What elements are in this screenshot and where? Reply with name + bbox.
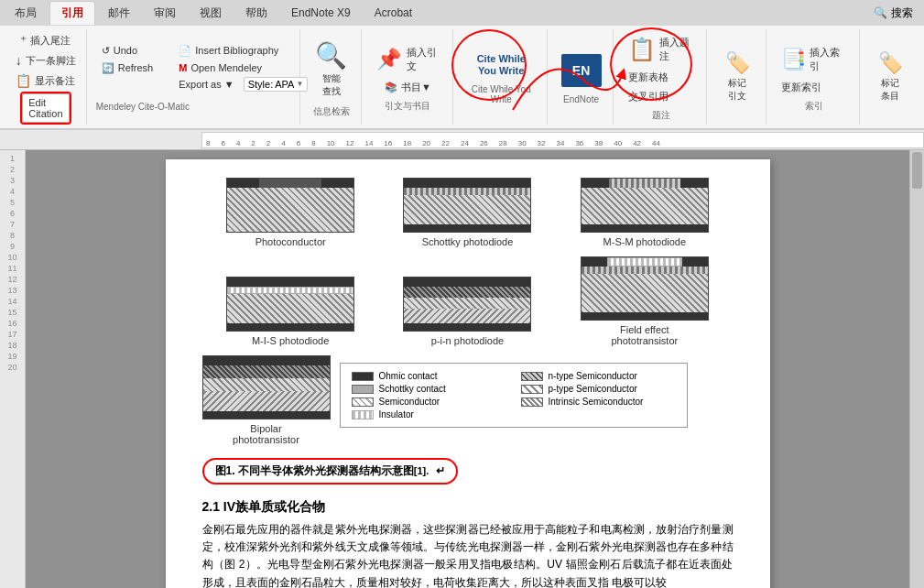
undo-btn[interactable]: ↺ Undo xyxy=(96,43,159,59)
next-icon: ↓ xyxy=(16,53,22,68)
line-num-8: 8 xyxy=(10,231,15,240)
group-insert-index: 📑 插入索引 更新索引 索引 xyxy=(768,29,860,125)
line-num-12: 12 xyxy=(7,275,16,284)
update-style-btn[interactable]: 更新表格 xyxy=(623,69,699,86)
line-num-18: 18 xyxy=(7,341,16,350)
line-num-10: 10 xyxy=(7,253,16,262)
cross-ref-btn[interactable]: 交叉引用 xyxy=(623,88,699,105)
line-num-2: 2 xyxy=(10,165,15,174)
search-label[interactable]: 搜索 xyxy=(891,5,913,21)
line-num-11: 11 xyxy=(7,264,16,273)
tab-layout[interactable]: 布局 xyxy=(4,2,48,25)
fig-ref: [1]. xyxy=(414,465,429,476)
cwyw-btn[interactable]: Cite WhileYou Write xyxy=(472,49,531,81)
legend-n-type: n-type Semiconductor xyxy=(521,371,676,381)
group-mark-entry: 🏷️ 标记 条目 xyxy=(862,29,919,125)
legend-ohmic: Ohmic contact xyxy=(352,371,506,381)
schottky-swatch xyxy=(352,385,374,394)
edit-citation-btn[interactable]: Edit Citation xyxy=(22,93,69,123)
style-select[interactable]: Style: APA ▼ xyxy=(244,77,309,92)
line-num-15: 15 xyxy=(7,308,16,317)
sidebar-left: 1 2 3 4 5 6 7 8 9 10 11 12 13 14 15 16 1… xyxy=(0,150,26,588)
photoconductor-caption: Photoconductor xyxy=(255,236,326,247)
group-smart-search: 🔍 智能 查找 信息检索 xyxy=(302,29,362,125)
legend-grid: Ohmic contact n-type Semiconductor Schot… xyxy=(352,371,676,419)
undo-icon: ↺ xyxy=(102,45,110,57)
bipolar-caption: Bipolarphototransistor xyxy=(233,423,299,445)
fig-msm: M-S-M photodiode xyxy=(581,178,709,247)
export-as-btn[interactable]: Export as ▼ xyxy=(173,77,239,92)
scrollbar-thumb[interactable] xyxy=(912,152,922,189)
update-index-btn[interactable]: 更新索引 xyxy=(776,79,852,96)
group-insert-topic: 📋 插入题注 更新表格 交叉引用 题注 xyxy=(615,29,707,125)
line-num-9: 9 xyxy=(10,242,15,251)
document-page: Photoconductor Schottky photodiode xyxy=(166,159,770,588)
ruler: 8 6 4 2 2 4 6 8 10 12 14 16 18 20 22 24 … xyxy=(201,132,924,148)
legend-p-type: p-type Semiconductor xyxy=(521,384,676,394)
row-bipolar-legend: Bipolarphototransistor Ohmic contact n-t… xyxy=(202,355,734,445)
book-icon: 📚 xyxy=(385,82,397,93)
main-area: 1 2 3 4 5 6 7 8 9 10 11 12 13 14 15 16 1… xyxy=(0,150,924,588)
tab-endnote[interactable]: EndNote X9 xyxy=(280,3,362,23)
cursor-marker: ↵ xyxy=(436,464,445,477)
scrollbar[interactable] xyxy=(909,150,924,588)
insert-citation-btn[interactable]: 📌 插入引文 xyxy=(371,42,446,77)
topic-icon: 📋 xyxy=(628,37,656,62)
smart-search-btn[interactable]: 🔍 智能 查找 xyxy=(309,37,354,102)
fig-main-caption: 图1. 不同半导体紫外光探测器结构示意图[1]. ↵ xyxy=(202,458,458,485)
insert-bibliography-btn[interactable]: 📄 Insert Bibliography xyxy=(173,43,308,59)
group-insert-citation: 📌 插入引文 📚 书目▼ 引文与书目 xyxy=(364,29,454,125)
insert-cite-label: 引文与书目 xyxy=(385,100,430,113)
fig-schottky: Schottky photodiode xyxy=(403,178,531,247)
mark-entry-btn[interactable]: 🏷️ 标记 条目 xyxy=(867,48,913,106)
mark-citation-btn[interactable]: 🏷️ 标记 引文 xyxy=(714,48,760,106)
tab-help[interactable]: 帮助 xyxy=(234,2,278,25)
smart-search-icon: 🔍 xyxy=(315,40,347,71)
notes-icon: 📋 xyxy=(16,73,31,88)
book-dropdown-btn[interactable]: 📚 书目▼ xyxy=(379,79,437,96)
fig-bipolar: Bipolarphototransistor xyxy=(202,355,331,445)
legend-schottky: Schottky contact xyxy=(352,384,506,394)
line-num-13: 13 xyxy=(7,286,16,295)
insert-index-btn[interactable]: 📑 插入索引 xyxy=(776,42,852,77)
line-num-5: 5 xyxy=(10,198,15,207)
document-area[interactable]: Photoconductor Schottky photodiode xyxy=(26,150,909,588)
tab-acrobat[interactable]: Acrobat xyxy=(364,3,423,23)
figure-caption-area: 图1. 不同半导体紫外光探测器结构示意图[1]. ↵ xyxy=(202,452,734,490)
index-label: 索引 xyxy=(805,100,823,113)
pin-caption: p-i-n photodiode xyxy=(431,335,505,346)
open-mendeley-btn[interactable]: M Open Mendeley xyxy=(173,60,308,75)
line-num-19: 19 xyxy=(7,352,16,361)
legend-intrinsic: Intrinsic Semiconductor xyxy=(521,397,676,407)
insert-footnote-btn[interactable]: ⁺ 插入尾注 xyxy=(15,31,76,49)
fet-caption: Field effectphototransistor xyxy=(611,324,678,346)
body-text-1[interactable]: 金刚石最先应用的器件就是紫外光电探测器，这些探测器已经被应用于高能粒子和电离检测… xyxy=(202,521,734,588)
tab-mail[interactable]: 邮件 xyxy=(97,2,141,25)
insulator-swatch xyxy=(352,410,374,419)
endnote-btn[interactable]: EN xyxy=(556,50,607,91)
line-num-6: 6 xyxy=(10,209,15,218)
endnote-flag: EN xyxy=(572,63,590,78)
line-num-20: 20 xyxy=(7,363,16,372)
refresh-btn[interactable]: 🔄 Refresh xyxy=(96,60,159,76)
mis-caption: M-I-S photodiode xyxy=(252,335,329,346)
bibliography-icon: 📄 xyxy=(179,45,191,57)
line-num-17: 17 xyxy=(7,330,16,339)
msm-caption: M-S-M photodiode xyxy=(603,236,687,247)
legend-semiconductor: Semiconductor xyxy=(352,397,506,407)
next-footnote-btn[interactable]: ↓ 下一条脚注 xyxy=(10,51,82,70)
index-icon: 📑 xyxy=(781,48,806,71)
tab-view[interactable]: 视图 xyxy=(189,2,233,25)
line-num-3: 3 xyxy=(10,176,15,185)
group-endnote: EN EndNote xyxy=(549,29,614,125)
show-notes-btn[interactable]: 📋 显示备注 xyxy=(10,71,81,90)
line-num-4: 4 xyxy=(10,187,15,196)
insert-topic-btn[interactable]: 📋 插入题注 xyxy=(623,32,699,67)
intrinsic-swatch xyxy=(521,397,543,407)
legend-box: Ohmic contact n-type Semiconductor Schot… xyxy=(340,363,688,428)
refresh-icon: 🔄 xyxy=(102,62,114,74)
tab-cite[interactable]: 引用 xyxy=(49,1,95,25)
fig-pin: p-i-n photodiode xyxy=(403,277,531,346)
tab-review[interactable]: 审阅 xyxy=(143,2,187,25)
p-type-swatch xyxy=(521,385,543,394)
